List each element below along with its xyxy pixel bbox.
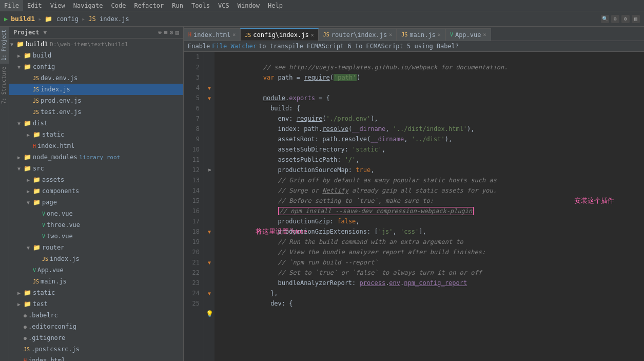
tab-close-app-vue[interactable]: × xyxy=(483,32,486,37)
arrow-router: ▼ xyxy=(27,245,33,251)
toolbar-panel-icon[interactable]: ▤ xyxy=(632,15,640,23)
gutter-5[interactable]: ▼ xyxy=(204,93,214,103)
toolbar-search-icon[interactable]: 🔍 xyxy=(601,15,609,23)
tree-path-build1: D:\web-item\text\build1 xyxy=(50,41,128,48)
tree-item-one-vue[interactable]: V one.vue xyxy=(9,208,183,219)
tree-item-dist[interactable]: ▼ 📁 dist xyxy=(9,118,183,129)
menu-run[interactable]: Run xyxy=(168,0,187,11)
sidebar-header: Project ▼ ⊕ ≡ ⚙ ▤ xyxy=(9,27,183,39)
tree-item-static[interactable]: ▶ 📁 static xyxy=(9,287,183,298)
gutter-14 xyxy=(204,185,214,196)
tree-label-dev-env: dev.env.js xyxy=(41,74,77,82)
gutter-18[interactable]: ▼ xyxy=(204,226,214,237)
tree-item-dev-env[interactable]: JS dev.env.js xyxy=(9,72,183,84)
code-line-8: assetsRoot: path.resolve(__dirname, '../… xyxy=(219,124,640,134)
tree-item-test-env[interactable]: JS test.env.js xyxy=(9,106,183,118)
tree-item-main-js[interactable]: JS main.js xyxy=(9,276,183,287)
tree-item-components[interactable]: ▶ 📁 components xyxy=(9,185,183,197)
tree-item-postcssrc[interactable]: JS .postcssrc.js xyxy=(9,344,183,355)
icon-two-vue: V xyxy=(42,234,45,239)
tree-item-build[interactable]: ▶ 📁 build xyxy=(9,50,183,61)
tab-config-index-js[interactable]: JS config\index.js × xyxy=(240,28,318,41)
gutter-12[interactable]: ⚑ xyxy=(204,165,214,175)
tree-item-assets[interactable]: ▶ 📁 assets xyxy=(9,174,183,185)
sidebar-sync-icon[interactable]: ⊕ xyxy=(158,29,162,36)
ln-23: 23 xyxy=(184,278,204,288)
menu-navigate[interactable]: Navigate xyxy=(69,0,107,11)
menu-view[interactable]: View xyxy=(46,0,69,11)
sidebar-dropdown-arrow[interactable]: ▼ xyxy=(44,29,47,36)
toolbar-sep2: ▸ xyxy=(82,15,85,23)
vtab-structure[interactable]: 7: Structure xyxy=(0,64,9,107)
code-line-25 xyxy=(219,298,640,309)
tree-item-index-js[interactable]: JS index.js xyxy=(9,84,183,95)
menu-code[interactable]: Code xyxy=(107,0,130,11)
menu-refactor[interactable]: Refactor xyxy=(130,0,168,11)
menu-file[interactable]: File xyxy=(0,0,23,11)
menu-vcs[interactable]: VCS xyxy=(214,0,233,11)
tree-label-index-js: index.js xyxy=(41,86,70,93)
menu-help[interactable]: Help xyxy=(264,0,287,11)
gutter-10 xyxy=(204,144,214,155)
code-line-19: // View the bundle analyzer report after… xyxy=(219,237,640,247)
code-content[interactable]: // see http://vuejs-templates.github.io/… xyxy=(214,52,644,361)
tab-close-config-js[interactable]: × xyxy=(311,32,314,38)
tab-main-js[interactable]: JS main.js × xyxy=(397,28,445,41)
toolbar-settings-icon[interactable]: ⚙ xyxy=(611,15,619,23)
tab-router-index-js[interactable]: JS router\index.js × xyxy=(319,28,397,41)
gutter-8 xyxy=(204,124,214,134)
tree-label-test-env: test.env.js xyxy=(41,108,81,116)
tree-item-babelrc[interactable]: ● .babelrc xyxy=(9,310,183,321)
sidebar-layout-icon[interactable]: ▤ xyxy=(175,29,179,36)
tree-item-gitignore[interactable]: ● .gitignore xyxy=(9,332,183,344)
tab-index-html[interactable]: H index.html × xyxy=(184,28,240,41)
tree-item-config[interactable]: ▼ 📁 config xyxy=(9,61,183,72)
gutter-22 xyxy=(204,268,214,278)
tree-item-node-modules[interactable]: ▶ 📁 node_modules library root xyxy=(9,151,183,163)
tree-item-index-html-dist[interactable]: H index.html xyxy=(9,140,183,151)
gutter-4[interactable]: ▼ xyxy=(204,83,214,93)
notification-prefix: Enable xyxy=(188,43,210,50)
tree-item-two-vue[interactable]: V two.vue xyxy=(9,231,183,242)
tab-icon-index-html: H xyxy=(188,32,191,37)
toolbar-gear-icon[interactable]: ⚙ xyxy=(621,15,630,23)
tab-close-router-js[interactable]: × xyxy=(389,32,392,37)
sidebar-gear-icon[interactable]: ⚙ xyxy=(170,29,173,36)
tree-item-build1[interactable]: ▼ 📁 build1 D:\web-item\text\build1 xyxy=(9,39,183,50)
gutter-24[interactable]: ▼ xyxy=(204,288,214,298)
tree-item-static-dist[interactable]: ▶ 📁 static xyxy=(9,129,183,140)
gutter-25 xyxy=(204,298,214,309)
folder-icon-src: 📁 xyxy=(24,165,31,172)
icon-app-vue: V xyxy=(33,268,36,273)
menu-tools[interactable]: Tools xyxy=(187,0,214,11)
code-editor[interactable]: 1 2 3 4 5 6 7 8 9 10 11 12 13 14 15 16 1… xyxy=(184,52,644,361)
menu-edit[interactable]: Edit xyxy=(23,0,46,11)
tree-item-index-html-root[interactable]: H index.html xyxy=(9,355,183,361)
tree-item-src[interactable]: ▼ 📁 src xyxy=(9,163,183,174)
tree-label-build1: build1 xyxy=(26,41,48,48)
tab-close-index-html[interactable]: × xyxy=(232,32,236,37)
sidebar-collapse-icon[interactable]: ≡ xyxy=(164,29,167,36)
gutter-21[interactable]: ▼ xyxy=(204,257,214,268)
tree-item-editorconfig[interactable]: ● .editorconfig xyxy=(9,321,183,332)
tree-label-config: config xyxy=(33,63,55,70)
tree-item-router-index[interactable]: JS index.js xyxy=(9,253,183,264)
tab-app-vue[interactable]: V App.vue × xyxy=(445,28,491,41)
tab-label-app-vue: App.vue xyxy=(455,31,481,39)
tree-item-prod-env[interactable]: JS prod.env.js xyxy=(9,95,183,106)
tab-close-main-js[interactable]: × xyxy=(438,32,441,37)
vtab-project[interactable]: 1: Project xyxy=(0,27,9,64)
tree-item-page[interactable]: ▼ 📁 page xyxy=(9,197,183,208)
tree-item-app-vue[interactable]: V App.vue xyxy=(9,264,183,276)
tab-bar: H index.html × JS config\index.js × JS r… xyxy=(184,27,644,41)
menu-window[interactable]: Window xyxy=(233,0,264,11)
notification-suffix: to transpile ECMAScript 6 to ECMAScript … xyxy=(259,43,459,50)
tree-label-prod-env: prod.env.js xyxy=(41,97,81,104)
notification-link[interactable]: File Watcher xyxy=(212,43,257,50)
tree-item-test[interactable]: ▶ 📁 test xyxy=(9,298,183,310)
tree-item-three-vue[interactable]: V three.vue xyxy=(9,219,183,231)
gutter-13 xyxy=(204,175,214,185)
tree-item-router[interactable]: ▼ 📁 router xyxy=(9,242,183,253)
toolbar-file-label: JS index.js xyxy=(88,15,129,23)
tree-label-node-modules: node_modules xyxy=(33,154,77,161)
